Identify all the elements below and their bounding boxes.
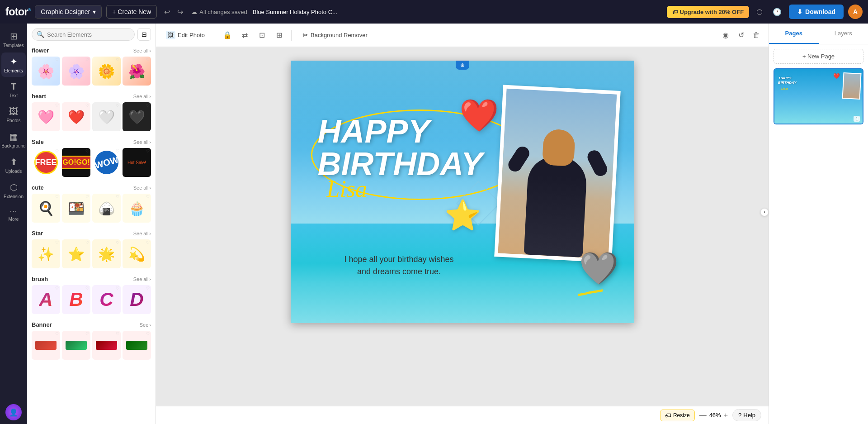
- favorite-icon: ♡: [55, 57, 59, 62]
- refresh-button[interactable]: ↺: [734, 29, 748, 42]
- favorite-icon: ♡: [116, 103, 119, 108]
- cute-grid: 🍳 ♡ 🍱 ♡ 🍙 ♡ 🧁 ♡: [32, 194, 151, 223]
- brush-grid: A ♡ B ♡ C ♡ D ♡: [32, 285, 151, 314]
- star-see-all[interactable]: See all ›: [133, 231, 151, 236]
- create-new-button[interactable]: + Create New: [106, 5, 157, 19]
- element-item[interactable]: ♡: [62, 331, 90, 360]
- sidebar-item-text[interactable]: T Text: [1, 78, 26, 102]
- element-item[interactable]: ♡: [123, 331, 151, 360]
- element-item[interactable]: GO!GO! ♡: [62, 148, 90, 177]
- element-item[interactable]: B ♡: [62, 285, 90, 314]
- zoom-in-button[interactable]: +: [724, 411, 728, 419]
- app-logo[interactable]: fotor®: [5, 5, 30, 18]
- photo-frame[interactable]: [494, 85, 621, 262]
- canvas-container[interactable]: ⊕ HAPPY BIRTHDAY Lisa: [291, 61, 634, 323]
- element-item[interactable]: 🤍 ♡: [92, 102, 121, 131]
- color-pick-button[interactable]: ◉: [719, 29, 732, 42]
- user-profile-circle[interactable]: 👤: [5, 404, 22, 420]
- search-input[interactable]: [47, 31, 130, 38]
- cute-see-all[interactable]: See all ›: [133, 185, 151, 191]
- sidebar-item-photos[interactable]: 🖼 Photos: [1, 103, 26, 127]
- sidebar-item-elements[interactable]: ✦ Elements: [1, 52, 26, 77]
- element-item[interactable]: 🍙 ♡: [92, 194, 121, 223]
- page-thumbnail-1[interactable]: HAPPY BIRTHDAY Lisa ❤️ 1: [774, 68, 863, 124]
- element-item[interactable]: ♡: [32, 331, 60, 360]
- undo-button[interactable]: ↩: [161, 6, 173, 18]
- element-item[interactable]: D ♡: [123, 285, 151, 314]
- element-item[interactable]: 🩷 ♡: [32, 102, 60, 131]
- help-button[interactable]: ? Help: [732, 409, 761, 421]
- sidebar-item-templates[interactable]: ⊞ Templates: [1, 27, 26, 52]
- favorite-icon: ♡: [85, 195, 89, 199]
- canvas-image[interactable]: HAPPY BIRTHDAY Lisa I hope all your birt…: [291, 61, 634, 323]
- birthday-text-group[interactable]: HAPPY BIRTHDAY Lisa: [318, 115, 483, 202]
- crop-button[interactable]: ⊡: [255, 29, 269, 42]
- element-item[interactable]: 🌸 ♡: [32, 57, 60, 86]
- resize-button[interactable]: 🏷 Resize: [660, 410, 695, 421]
- flip-button[interactable]: ⇄: [238, 29, 251, 42]
- avatar[interactable]: A: [848, 5, 863, 19]
- filter-button[interactable]: ⊟: [137, 28, 151, 41]
- tab-pages[interactable]: Pages: [769, 24, 819, 44]
- bg-remover-button[interactable]: ✂ Background Remover: [297, 29, 373, 42]
- element-item[interactable]: Hot Sale! ♡: [123, 148, 151, 177]
- silver-heart-decoration[interactable]: 🩶: [579, 250, 618, 287]
- element-item[interactable]: 🍱 ♡: [62, 194, 90, 223]
- heart-see-all[interactable]: See all ›: [133, 94, 151, 99]
- share-button[interactable]: ⬡: [754, 6, 765, 18]
- element-item[interactable]: ♡: [92, 331, 121, 360]
- element-item[interactable]: A ♡: [32, 285, 60, 314]
- element-item[interactable]: C ♡: [92, 285, 121, 314]
- element-item[interactable]: 🌼 ♡: [92, 57, 121, 86]
- element-item[interactable]: 🌟 ♡: [92, 239, 121, 268]
- favorite-icon: ♡: [146, 286, 150, 291]
- element-item[interactable]: ⭐ ♡: [62, 239, 90, 268]
- yellow-star-decoration[interactable]: ⭐: [444, 198, 481, 233]
- element-item[interactable]: ✨ ♡: [32, 239, 60, 268]
- flower-see-all[interactable]: See all ›: [133, 48, 151, 53]
- brush-see-all[interactable]: See all ›: [133, 276, 151, 282]
- happy-text[interactable]: HAPPY: [318, 115, 483, 148]
- element-item[interactable]: 🍳 ♡: [32, 194, 60, 223]
- logo-tm: ®: [28, 8, 31, 12]
- element-item[interactable]: ❤️ ♡: [62, 102, 90, 131]
- panel-collapse-toggle[interactable]: ›: [760, 208, 769, 216]
- element-item[interactable]: FREE ♡: [32, 148, 60, 177]
- canvas-scroll[interactable]: ⊕ HAPPY BIRTHDAY Lisa: [156, 47, 769, 406]
- favorite-icon: ♡: [85, 57, 89, 62]
- element-item[interactable]: 💫 ♡: [123, 239, 151, 268]
- tab-layers[interactable]: Layers: [819, 24, 868, 44]
- element-item[interactable]: 🧁 ♡: [123, 194, 151, 223]
- upgrade-button[interactable]: 🏷 Upgrade with 20% OFF: [667, 6, 750, 18]
- document-title[interactable]: Blue Summer Holiday Photo C...: [253, 9, 337, 15]
- banner-see-all[interactable]: See ›: [140, 322, 151, 328]
- sidebar-item-uploads[interactable]: ⬆ Uploads: [1, 153, 26, 177]
- sidebar-label-background: Background: [1, 143, 25, 148]
- download-button[interactable]: ⬇ Download: [789, 5, 844, 19]
- grid-button[interactable]: ⊞: [272, 29, 286, 42]
- redo-button[interactable]: ↪: [175, 6, 186, 18]
- sale-see-all[interactable]: See all ›: [133, 139, 151, 145]
- lock-button[interactable]: 🔒: [221, 29, 234, 42]
- sidebar-item-more[interactable]: ··· More: [1, 204, 26, 225]
- element-item[interactable]: 🖤 ♡: [123, 102, 151, 131]
- new-page-button[interactable]: + New Page: [774, 49, 863, 64]
- element-item[interactable]: 🌸 ♡: [62, 57, 90, 86]
- delete-button[interactable]: 🗑: [750, 29, 763, 42]
- favorite-icon: ♡: [116, 240, 119, 245]
- history-button[interactable]: 🕐: [770, 6, 784, 18]
- element-item[interactable]: WOW ♡: [92, 148, 121, 177]
- favorite-icon: ♡: [146, 57, 150, 62]
- topbar-center: ↩ ↪ ☁ All changes saved Blue Summer Holi…: [161, 6, 662, 18]
- app-selector[interactable]: Graphic Designer ▾: [35, 5, 102, 19]
- zoom-out-button[interactable]: —: [699, 411, 707, 419]
- search-wrapper[interactable]: 🔍: [32, 28, 135, 41]
- element-item[interactable]: 🌺 ♡: [123, 57, 151, 86]
- edit-photo-button[interactable]: 🖼 Edit Photo: [161, 29, 209, 42]
- sidebar-item-background[interactable]: ▦ Background: [1, 128, 26, 152]
- sidebar-item-extension[interactable]: ⬡ Extension: [1, 178, 26, 203]
- sidebar-label-templates: Templates: [3, 43, 24, 48]
- wish-text[interactable]: I hope all your birthday wishes and drea…: [318, 253, 481, 278]
- main-layout: ⊞ Templates ✦ Elements T Text 🖼 Photos ▦…: [0, 24, 868, 424]
- toolbar-divider-2: [291, 30, 292, 41]
